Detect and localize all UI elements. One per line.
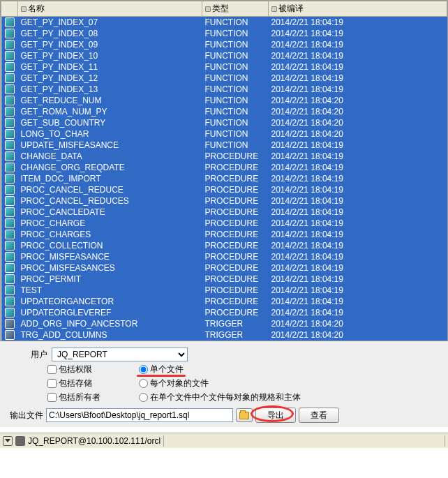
- cell-type: PROCEDURE: [202, 285, 269, 296]
- table-row[interactable]: PROC_CHARGESPROCEDURE2014/2/21 18:04:19: [1, 229, 447, 240]
- table-row[interactable]: CHANGE_ORG_REQDATEPROCEDURE2014/2/21 18:…: [1, 162, 447, 173]
- cell-type: PROCEDURE: [202, 229, 269, 240]
- cell-type: PROCEDURE: [202, 262, 269, 274]
- objects-table[interactable]: 名称 类型 被编译 GET_PY_INDEX_07FUNCTION2014/2/…: [1, 1, 447, 341]
- function-icon: [5, 84, 15, 94]
- cell-type: PROCEDURE: [202, 151, 269, 162]
- export-button[interactable]: 导出: [255, 408, 296, 423]
- cell-date: 2014/2/21 18:04:19: [269, 262, 447, 274]
- table-row[interactable]: GET_SUB_COUNTRYFUNCTION2014/2/21 18:04:2…: [1, 117, 447, 128]
- function-icon: [5, 129, 15, 139]
- table-row[interactable]: CHANGE_DATAPROCEDURE2014/2/21 18:04:19: [1, 151, 447, 162]
- cell-type: PROCEDURE: [202, 218, 269, 229]
- table-row[interactable]: PROC_CANCEL_REDUCEPROCEDURE2014/2/21 18:…: [1, 184, 447, 195]
- table-row[interactable]: PROC_MISFEASANCEPROCEDURE2014/2/21 18:04…: [1, 251, 447, 262]
- table-row[interactable]: GET_PY_INDEX_08FUNCTION2014/2/21 18:04:1…: [1, 28, 447, 39]
- table-row[interactable]: ADD_ORG_INFO_ANCESTORTRIGGER2014/2/21 18…: [1, 318, 447, 329]
- table-row[interactable]: GET_PY_INDEX_10FUNCTION2014/2/21 18:04:1…: [1, 50, 447, 61]
- table-row[interactable]: TRG_ADD_COLUMNSTRIGGER2014/2/21 18:04:20: [1, 329, 447, 341]
- table-row[interactable]: PROC_CANCEL_REDUCESPROCEDURE2014/2/21 18…: [1, 195, 447, 207]
- table-row[interactable]: PROC_CHARGEPROCEDURE2014/2/21 18:04:19: [1, 218, 447, 229]
- user-label: 用户: [6, 349, 47, 361]
- output-file-input[interactable]: [46, 408, 233, 422]
- column-header-type[interactable]: 类型: [202, 1, 269, 17]
- table-row[interactable]: TESTPROCEDURE2014/2/21 18:04:19: [1, 285, 447, 296]
- cell-date: 2014/2/21 18:04:19: [269, 307, 447, 318]
- rdo-single-file[interactable]: 单个文件: [139, 364, 301, 375]
- cell-date: 2014/2/21 18:04:19: [269, 296, 447, 307]
- user-select[interactable]: JQ_REPORT: [52, 348, 188, 361]
- table-row[interactable]: ITEM_DOC_IMPORTPROCEDURE2014/2/21 18:04:…: [1, 173, 447, 184]
- table-row[interactable]: UPDATE_MISFEASANCEFUNCTION2014/2/21 18:0…: [1, 140, 447, 151]
- table-row[interactable]: GET_PY_INDEX_13FUNCTION2014/2/21 18:04:1…: [1, 84, 447, 95]
- table-row[interactable]: GET_PY_INDEX_12FUNCTION2014/2/21 18:04:1…: [1, 73, 447, 84]
- view-button[interactable]: 查看: [299, 408, 339, 423]
- cell-type: FUNCTION: [202, 39, 269, 50]
- table-row[interactable]: PROC_CANCLEDATEPROCEDURE2014/2/21 18:04:…: [1, 207, 447, 218]
- table-row[interactable]: GET_REDUCE_NUMFUNCTION2014/2/21 18:04:20: [1, 95, 447, 106]
- column-header-icon[interactable]: [1, 1, 18, 17]
- cell-date: 2014/2/21 18:04:19: [269, 195, 447, 207]
- cell-type: FUNCTION: [202, 106, 269, 117]
- status-dropdown-icon[interactable]: [3, 436, 13, 446]
- cell-type: TRIGGER: [202, 329, 269, 341]
- table-row[interactable]: PROC_MISFEASANCESPROCEDURE2014/2/21 18:0…: [1, 262, 447, 274]
- cell-name: TRG_ADD_COLUMNS: [18, 329, 202, 341]
- cell-type: PROCEDURE: [202, 240, 269, 251]
- cell-date: 2014/2/21 18:04:19: [269, 218, 447, 229]
- cell-name: GET_PY_INDEX_08: [18, 28, 202, 39]
- cell-name: PROC_COLLECTION: [18, 240, 202, 251]
- table-row[interactable]: GET_PY_INDEX_09FUNCTION2014/2/21 18:04:1…: [1, 39, 447, 50]
- cell-date: 2014/2/21 18:04:20: [269, 128, 447, 140]
- folder-icon: [239, 412, 249, 419]
- cell-date: 2014/2/21 18:04:19: [269, 39, 447, 50]
- function-icon: [5, 17, 15, 27]
- cell-name: PROC_CHARGES: [18, 229, 202, 240]
- trigger-icon: [5, 319, 15, 329]
- table-row[interactable]: UPDATEORGLEVEREFPROCEDURE2014/2/21 18:04…: [1, 307, 447, 318]
- cell-date: 2014/2/21 18:04:19: [269, 229, 447, 240]
- procedure-icon: [5, 163, 15, 172]
- cell-name: GET_PY_INDEX_11: [18, 61, 202, 73]
- rdo-each-file[interactable]: 每个对象的文件: [139, 378, 301, 389]
- function-icon: [5, 29, 15, 38]
- cell-date: 2014/2/21 18:04:20: [269, 95, 447, 106]
- cell-name: UPDATEORGANCETOR: [18, 296, 202, 307]
- function-icon: [5, 73, 15, 83]
- cell-type: PROCEDURE: [202, 207, 269, 218]
- browse-button[interactable]: [236, 408, 253, 422]
- cell-date: 2014/2/21 18:04:19: [269, 173, 447, 184]
- chk-include-storage[interactable]: 包括存储: [47, 378, 100, 389]
- cell-name: GET_ROMA_NUM_PY: [18, 106, 202, 117]
- table-row[interactable]: PROC_PERMITPROCEDURE2014/2/21 18:04:19: [1, 274, 447, 285]
- function-icon: [5, 51, 15, 61]
- table-row[interactable]: UPDATEORGANCETORPROCEDURE2014/2/21 18:04…: [1, 296, 447, 307]
- column-header-name[interactable]: 名称: [18, 1, 202, 17]
- procedure-icon: [5, 151, 15, 161]
- table-row[interactable]: GET_PY_INDEX_11FUNCTION2014/2/21 18:04:1…: [1, 61, 447, 73]
- cell-name: ADD_ORG_INFO_ANCESTOR: [18, 318, 202, 329]
- cell-date: 2014/2/21 18:04:19: [269, 274, 447, 285]
- table-row[interactable]: PROC_COLLECTIONPROCEDURE2014/2/21 18:04:…: [1, 240, 447, 251]
- table-row[interactable]: GET_ROMA_NUM_PYFUNCTION2014/2/21 18:04:2…: [1, 106, 447, 117]
- chk-include-owner[interactable]: 包括所有者: [47, 391, 100, 403]
- rdo-spec-body[interactable]: 在单个文件中个文件每对象的规格和主体: [139, 391, 301, 403]
- status-bar: JQ_REPORT@10.100.102.111/orcl: [0, 433, 448, 448]
- cell-date: 2014/2/21 18:04:19: [269, 17, 447, 29]
- cell-type: PROCEDURE: [202, 195, 269, 207]
- cell-type: FUNCTION: [202, 28, 269, 39]
- cell-name: PROC_MISFEASANCES: [18, 262, 202, 274]
- export-panel: 用户 JQ_REPORT 包括权限 包括存储 包括所有者 单个文件 每个对象的文…: [0, 341, 448, 427]
- column-header-compiled[interactable]: 被编译: [269, 1, 447, 17]
- connection-icon: [15, 436, 25, 446]
- chk-include-priv[interactable]: 包括权限: [47, 364, 100, 375]
- procedure-icon: [5, 263, 15, 273]
- cell-date: 2014/2/21 18:04:19: [269, 184, 447, 195]
- cell-type: PROCEDURE: [202, 274, 269, 285]
- cell-date: 2014/2/21 18:04:19: [269, 240, 447, 251]
- function-icon: [5, 40, 15, 50]
- table-row[interactable]: LONG_TO_CHARFUNCTION2014/2/21 18:04:20: [1, 128, 447, 140]
- cell-type: PROCEDURE: [202, 173, 269, 184]
- table-row[interactable]: GET_PY_INDEX_07FUNCTION2014/2/21 18:04:1…: [1, 17, 447, 29]
- cell-name: UPDATE_MISFEASANCE: [18, 140, 202, 151]
